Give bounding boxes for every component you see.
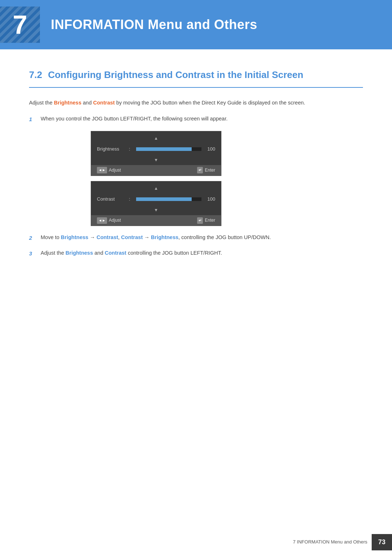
step-1: 1 When you control the JOG button LEFT/R… xyxy=(29,115,363,124)
page-header: 7 INFORMATION Menu and Others xyxy=(0,0,392,49)
intro-text-1: Adjust the xyxy=(29,100,54,106)
intro-text-2: and xyxy=(81,100,93,106)
brightness-arrow-up: ▲ xyxy=(97,135,215,142)
enter-icon: ↵ xyxy=(197,167,203,173)
step3-brightness: Brightness xyxy=(66,250,93,256)
brightness-enter-btn: ↵ Enter xyxy=(197,167,215,174)
page-footer: 7 INFORMATION Menu and Others 73 xyxy=(0,530,392,554)
step-2: 2 Move to Brightness → Contrast, Contras… xyxy=(29,233,363,242)
section-title: Configuring Brightness and Contrast in t… xyxy=(48,67,303,83)
screens-container: ▲ Brightness : 100 ▼ ◄► Adjust ↵ xyxy=(91,131,221,226)
contrast-adjust-label: Adjust xyxy=(109,217,121,224)
step-text-2: Move to Brightness → Contrast, Contrast … xyxy=(41,233,271,242)
chapter-number-block: 7 xyxy=(0,7,40,43)
intro-text-3: by moving the JOG button when the Direct… xyxy=(115,100,305,106)
contrast-arrow-down: ▼ xyxy=(97,207,215,214)
step2-brightness2: Brightness xyxy=(151,234,179,240)
contrast-screen-footer: ◄► Adjust ↵ Enter xyxy=(91,215,221,226)
step2-contrast2: Contrast xyxy=(121,234,143,240)
step-text-1: When you control the JOG button LEFT/RIG… xyxy=(41,115,228,123)
brightness-screen: ▲ Brightness : 100 ▼ ◄► Adjust ↵ xyxy=(91,131,221,176)
brightness-arrow-down: ▼ xyxy=(97,157,215,164)
chapter-number: 7 xyxy=(13,12,27,38)
brightness-screen-footer: ◄► Adjust ↵ Enter xyxy=(91,165,221,176)
step2-contrast1: Contrast xyxy=(97,234,118,240)
contrast-screen: ▲ Contrast : 100 ▼ ◄► Adjust ↵ xyxy=(91,181,221,226)
step-3: 3 Adjust the Brightness and Contrast con… xyxy=(29,249,363,258)
intro-bold-brightness: Brightness xyxy=(54,100,82,106)
section-heading: 7.2 Configuring Brightness and Contrast … xyxy=(29,67,363,88)
adjust-icon: ◄► xyxy=(97,167,107,173)
step-number-2: 2 xyxy=(29,233,36,242)
intro-paragraph: Adjust the Brightness and Contrast by mo… xyxy=(29,99,363,107)
contrast-enter-label: Enter xyxy=(205,217,215,224)
brightness-bar-fill xyxy=(136,147,192,151)
brightness-row: Brightness : 100 xyxy=(97,143,215,155)
contrast-bar xyxy=(136,197,201,201)
brightness-colon: : xyxy=(129,145,130,153)
intro-bold-contrast: Contrast xyxy=(93,100,115,106)
adjust-label: Adjust xyxy=(109,167,121,174)
step-number-1: 1 xyxy=(29,115,36,124)
step2-brightness: Brightness xyxy=(61,234,89,240)
footer-text: 7 INFORMATION Menu and Others xyxy=(293,538,367,546)
step-number-3: 3 xyxy=(29,249,36,258)
contrast-adjust-icon: ◄► xyxy=(97,217,107,224)
contrast-bar-fill xyxy=(136,197,192,201)
contrast-label: Contrast xyxy=(97,196,126,203)
enter-label: Enter xyxy=(205,167,215,174)
chapter-title: INFORMATION Menu and Others xyxy=(51,14,257,35)
footer-page-number: 73 xyxy=(372,534,392,550)
section-number: 7.2 xyxy=(29,67,42,83)
brightness-bar xyxy=(136,147,201,151)
contrast-row: Contrast : 100 xyxy=(97,193,215,205)
contrast-enter-btn: ↵ Enter xyxy=(197,217,215,224)
step-text-3: Adjust the Brightness and Contrast contr… xyxy=(41,249,222,258)
brightness-value: 100 xyxy=(204,145,215,153)
contrast-colon: : xyxy=(129,196,130,203)
brightness-adjust-btn: ◄► Adjust xyxy=(97,167,121,174)
step3-contrast: Contrast xyxy=(105,250,127,256)
contrast-adjust-btn: ◄► Adjust xyxy=(97,217,121,224)
contrast-value: 100 xyxy=(204,196,215,203)
step2-arrow2: → xyxy=(143,234,151,240)
step2-arrow1: → xyxy=(88,234,97,240)
contrast-enter-icon: ↵ xyxy=(197,217,203,224)
contrast-arrow-up: ▲ xyxy=(97,185,215,192)
main-content: 7.2 Configuring Brightness and Contrast … xyxy=(0,49,392,294)
brightness-label: Brightness xyxy=(97,145,126,153)
